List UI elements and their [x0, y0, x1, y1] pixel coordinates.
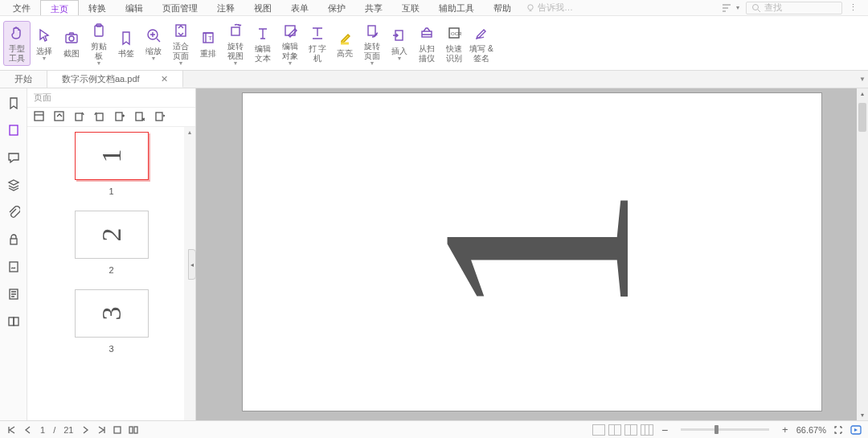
rail-security-icon[interactable] — [6, 231, 22, 248]
menu-convert[interactable]: 转换 — [79, 0, 116, 15]
menu-form[interactable]: 表单 — [281, 0, 318, 15]
fullscreen-icon[interactable] — [833, 424, 844, 436]
panel-expand-icon[interactable] — [34, 111, 44, 123]
rail-bookmarks-icon[interactable] — [6, 95, 22, 111]
menu-file[interactable]: 文件 — [3, 0, 40, 15]
view-facing-icon[interactable] — [624, 424, 637, 436]
thumbnail-item[interactable]: 1 1 — [27, 132, 195, 196]
readmode-icon[interactable] — [850, 424, 862, 436]
menu-edit[interactable]: 编辑 — [116, 0, 153, 15]
next-page-icon[interactable] — [80, 424, 91, 436]
thumbnail-page-3[interactable]: 3 — [75, 289, 149, 338]
scroll-thumb[interactable] — [858, 103, 866, 132]
menu-overflow-icon[interactable]: ⋮ — [842, 2, 865, 13]
tool-ocr[interactable]: OCR 快速 识别 — [440, 22, 468, 65]
zoom-value[interactable]: 66.67% — [796, 425, 826, 435]
prev-page-icon[interactable] — [23, 424, 34, 436]
tell-me-box[interactable]: 告诉我… — [521, 2, 578, 14]
menu-home[interactable]: 主页 — [40, 0, 79, 15]
panel-rotate-ccw-icon[interactable] — [74, 111, 84, 123]
menu-protect[interactable]: 保护 — [318, 0, 355, 15]
search-icon — [751, 3, 761, 13]
view-single-icon[interactable] — [592, 424, 605, 436]
menu-bar: 文件 主页 转换 编辑 页面管理 注释 视图 表单 保护 共享 互联 辅助工具 … — [0, 0, 868, 16]
document-tab-strip: 开始 数字示例文档aa.pdf ✕ ▼ — [0, 71, 868, 88]
bookmark-icon — [117, 28, 136, 47]
scroll-down-icon[interactable]: ▾ — [857, 411, 868, 419]
left-rail — [0, 88, 27, 420]
tab-document[interactable]: 数字示例文档aa.pdf ✕ — [47, 71, 183, 88]
panel-new-icon[interactable] — [114, 111, 125, 123]
menu-share[interactable]: 共享 — [355, 0, 392, 15]
tool-rotate-page[interactable]: 旋转 页面▼ — [358, 19, 386, 68]
view-facing-cont-icon[interactable] — [641, 424, 653, 436]
page-layout-icon-b[interactable] — [128, 424, 139, 436]
tool-typewriter[interactable]: 打 字机 — [304, 22, 331, 65]
thumbnail-caption: 1 — [108, 186, 113, 196]
page-canvas: 1 — [243, 93, 821, 411]
panel-collapse-icon[interactable] — [54, 111, 64, 123]
zoom-in-button[interactable]: + — [780, 424, 790, 436]
panel-options-icon[interactable] — [154, 111, 165, 123]
tool-bookmark[interactable]: 书签 — [113, 27, 140, 60]
menu-connect[interactable]: 互联 — [392, 0, 429, 15]
svg-rect-23 — [35, 112, 43, 121]
menu-help[interactable]: 帮助 — [484, 0, 521, 15]
tool-from-scanner[interactable]: 从扫 描仪 — [413, 22, 440, 65]
rail-attachments-icon[interactable] — [6, 204, 22, 220]
page-layout-icon-a[interactable] — [112, 424, 123, 436]
thumbnail-page-2[interactable]: 2 — [75, 211, 149, 259]
sort-icon[interactable]: ▾ — [715, 3, 746, 13]
thumbnail-item[interactable]: 2 2 — [27, 211, 195, 275]
zoom-out-button[interactable]: − — [660, 424, 669, 436]
page-viewer[interactable]: 1 ▴ ▾ — [196, 88, 868, 420]
tool-zoom[interactable]: 缩放▼ — [140, 24, 167, 63]
first-page-icon[interactable] — [6, 424, 18, 436]
tabstrip-scroll-icon[interactable]: ▼ — [857, 71, 868, 88]
last-page-icon[interactable] — [96, 424, 107, 436]
menu-accessibility[interactable]: 辅助工具 — [429, 0, 484, 15]
tool-snapshot[interactable]: 截图 — [58, 27, 85, 60]
svg-rect-18 — [10, 239, 17, 244]
rail-signatures-icon[interactable] — [6, 259, 22, 275]
view-continuous-icon[interactable] — [608, 424, 621, 436]
panel-delete-icon[interactable] — [134, 111, 145, 123]
tool-fitpage[interactable]: 适合 页面▼ — [167, 19, 194, 68]
bulb-icon — [526, 3, 535, 13]
rail-pages-icon[interactable] — [6, 122, 22, 138]
rail-tags-icon[interactable] — [6, 313, 22, 330]
close-icon[interactable]: ✕ — [161, 74, 168, 84]
rail-layers-icon[interactable] — [6, 177, 22, 193]
search-box[interactable]: 查找 — [746, 2, 842, 14]
page-current[interactable]: 1 — [39, 425, 47, 435]
menu-page-manage[interactable]: 页面管理 — [153, 0, 207, 15]
viewer-vertical-scrollbar[interactable]: ▴ ▾ — [857, 88, 868, 420]
tab-start[interactable]: 开始 — [0, 71, 47, 88]
menu-comment[interactable]: 注释 — [207, 0, 244, 15]
menu-view[interactable]: 视图 — [244, 0, 281, 15]
tool-clipboard[interactable]: 剪贴 板▼ — [85, 19, 113, 68]
tool-reflow[interactable]: T 重排 — [194, 27, 222, 60]
rail-comments-icon[interactable] — [6, 149, 22, 166]
thumbnail-page-1[interactable]: 1 — [75, 132, 149, 180]
rail-form-icon[interactable] — [6, 286, 22, 302]
scroll-up-icon[interactable]: ▴ — [857, 90, 868, 97]
tool-edit-object[interactable]: 编辑 对象▼ — [276, 19, 304, 68]
svg-rect-12 — [368, 26, 375, 35]
thumbnail-item[interactable]: 3 3 — [27, 289, 195, 354]
zoom-slider-handle[interactable] — [714, 425, 719, 434]
tool-hand[interactable]: 手型 工具 — [3, 21, 31, 66]
svg-rect-27 — [116, 113, 122, 121]
tool-edit-text[interactable]: 编辑 文本 — [249, 22, 276, 65]
svg-rect-28 — [136, 113, 142, 121]
tool-fill-sign[interactable]: 填写 &签名 — [468, 22, 495, 65]
panel-collapse-handle[interactable]: ◂ — [188, 249, 196, 280]
camera-icon — [62, 28, 81, 47]
tool-insert[interactable]: 插入▼ — [386, 24, 413, 63]
scroll-up-icon[interactable]: ▴ — [188, 127, 191, 137]
panel-rotate-cw-icon[interactable] — [94, 111, 104, 123]
tool-highlight[interactable]: 高亮 — [331, 27, 358, 60]
tool-select[interactable]: 选择▼ — [31, 24, 58, 63]
zoom-slider[interactable] — [681, 428, 769, 431]
tool-rotate-view[interactable]: 旋转 视图▼ — [222, 19, 249, 68]
